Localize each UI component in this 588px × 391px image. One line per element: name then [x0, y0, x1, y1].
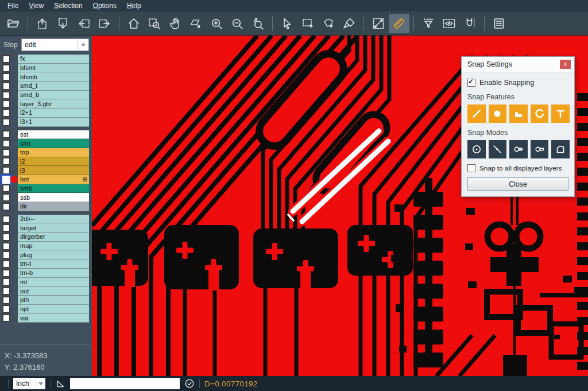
layer-label[interactable]: plug: [18, 250, 89, 260]
layer-row-dir[interactable]: dir: [0, 202, 92, 211]
layer-label[interactable]: via: [18, 313, 89, 323]
menu-item-view[interactable]: View: [24, 1, 49, 11]
layer-visibility-checkbox[interactable]: [2, 215, 10, 223]
layer-row-tm-b[interactable]: tm-b: [0, 269, 92, 278]
layer-label[interactable]: sst: [18, 130, 89, 140]
layer-row-out[interactable]: out: [0, 287, 92, 296]
layer-visibility-checkbox[interactable]: [2, 233, 10, 241]
layer-label[interactable]: tm-b: [18, 269, 89, 278]
layer-label[interactable]: target: [18, 223, 89, 233]
layer-row-smt[interactable]: smt: [0, 139, 92, 148]
layer-label[interactable]: smd_t: [18, 82, 89, 91]
properties-button[interactable]: [489, 14, 509, 33]
move-left-button[interactable]: [74, 14, 94, 33]
enable-snapping-row[interactable]: Enable Snapping: [467, 79, 568, 87]
layer-label[interactable]: smd_b: [18, 91, 89, 100]
layer-visibility-checkbox[interactable]: [2, 118, 10, 126]
layer-label[interactable]: fx: [18, 55, 89, 64]
layer-visibility-checkbox[interactable]: [2, 149, 10, 157]
layer-row-tm-t[interactable]: tm-t: [0, 260, 92, 269]
snap-all-layers-row[interactable]: Snap to all displayed layers: [467, 164, 568, 172]
layer-row-bfsmb[interactable]: bfsmb: [0, 72, 92, 82]
layer-label[interactable]: npt: [18, 305, 89, 314]
zoom-previous-button[interactable]: [247, 14, 268, 33]
layer-row-bfsmt[interactable]: bfsmt: [0, 64, 92, 73]
layer-label[interactable]: top: [18, 148, 89, 157]
layer-row-layer_3.gbr[interactable]: layer_3.gbr: [0, 99, 92, 109]
layer-row-l2+1[interactable]: l2+1: [0, 109, 92, 118]
layer-visibility-checkbox[interactable]: [2, 100, 10, 108]
layer-label[interactable]: bfsmb: [18, 72, 89, 82]
zoom-selection-button[interactable]: [185, 14, 206, 33]
layer-visibility-checkbox[interactable]: [2, 224, 10, 232]
layer-row-2dir--[interactable]: 2dir--: [0, 215, 92, 224]
move-up-button[interactable]: [32, 14, 53, 33]
move-down-button[interactable]: [53, 14, 74, 33]
layer-label[interactable]: l3: [18, 166, 89, 175]
layer-visibility-checkbox[interactable]: [2, 82, 10, 90]
layer-visibility-checkbox[interactable]: [2, 193, 10, 202]
layer-visibility-checkbox[interactable]: [2, 287, 10, 295]
layer-row-npt[interactable]: npt: [0, 305, 92, 314]
layer-label[interactable]: dir: [18, 202, 89, 211]
layer-row-l3[interactable]: l3: [0, 166, 92, 175]
layer-visibility-checkbox[interactable]: [2, 260, 10, 268]
layer-visibility-checkbox[interactable]: [2, 242, 10, 250]
view-eye-button[interactable]: [439, 14, 459, 33]
layer-label[interactable]: pth: [18, 296, 89, 305]
snap-feature-circle-button[interactable]: [489, 104, 507, 123]
ruler-button[interactable]: [389, 14, 409, 33]
layer-visibility-checkbox[interactable]: [2, 269, 10, 277]
layer-label[interactable]: layer_3.gbr: [18, 99, 89, 109]
layer-visibility-checkbox[interactable]: [2, 314, 10, 322]
layer-row-pth[interactable]: pth: [0, 296, 92, 305]
menu-item-selection[interactable]: Selection: [49, 1, 87, 11]
layer-row-fx[interactable]: fx: [0, 55, 92, 64]
layer-label[interactable]: l2+1: [18, 109, 89, 118]
layer-visibility-checkbox[interactable]: [2, 296, 10, 304]
layer-row-top[interactable]: top: [0, 148, 92, 157]
layer-label[interactable]: map: [18, 242, 89, 251]
layer-label[interactable]: dirgerber: [18, 233, 89, 242]
open-file-button[interactable]: [3, 14, 24, 33]
layer-visibility-checkbox[interactable]: [2, 305, 10, 313]
layer-visibility-checkbox[interactable]: [2, 157, 10, 165]
layer-visibility-checkbox[interactable]: [2, 130, 10, 138]
select-polygon-button[interactable]: [318, 14, 339, 33]
zoom-window-button[interactable]: [144, 14, 165, 33]
step-select[interactable]: edit: [21, 38, 89, 51]
chevron-down-icon[interactable]: [36, 378, 45, 389]
grid-icon[interactable]: ⊞: [83, 176, 87, 183]
select-arrow-button[interactable]: [277, 14, 297, 33]
snap-mode-midpoint-button[interactable]: [489, 140, 507, 158]
layer-row-sst[interactable]: sst: [0, 130, 92, 140]
layer-visibility-checkbox[interactable]: [2, 91, 10, 99]
snap-mode-pad-entry-outline-button[interactable]: [531, 140, 549, 158]
filter-button[interactable]: [418, 14, 439, 33]
snap-magnet-button[interactable]: [459, 14, 480, 33]
layer-row-map[interactable]: map: [0, 242, 92, 251]
layer-row-smb[interactable]: smb: [0, 184, 92, 193]
layer-visibility-checkbox[interactable]: [2, 278, 10, 286]
snap-all-layers-checkbox[interactable]: [467, 164, 475, 172]
enable-snapping-checkbox[interactable]: [467, 79, 475, 87]
layer-row-l2[interactable]: l2: [0, 157, 92, 167]
layer-visibility-checkbox[interactable]: [2, 109, 10, 117]
layer-label[interactable]: mt: [18, 278, 89, 287]
layer-row-smd_t[interactable]: smd_t: [0, 82, 92, 91]
layer-label[interactable]: smt: [18, 139, 89, 148]
layer-row-ssb[interactable]: ssb: [0, 193, 92, 202]
snap-mode-contour-button[interactable]: [551, 140, 570, 158]
layer-row-via[interactable]: via: [0, 313, 92, 323]
brush-button[interactable]: [339, 14, 359, 33]
zoom-in-button[interactable]: [206, 14, 227, 33]
snap-feature-arc-button[interactable]: [531, 104, 549, 123]
apply-check-icon[interactable]: [184, 378, 195, 389]
layer-visibility-checkbox[interactable]: [2, 251, 10, 259]
layer-label[interactable]: l3+1: [18, 118, 89, 127]
layer-label[interactable]: bot⊞: [18, 175, 89, 184]
layer-label[interactable]: out: [18, 287, 89, 296]
layer-label[interactable]: 2dir--: [18, 215, 89, 224]
layer-row-smd_b[interactable]: smd_b: [0, 91, 92, 100]
layer-label[interactable]: smb: [18, 184, 89, 193]
